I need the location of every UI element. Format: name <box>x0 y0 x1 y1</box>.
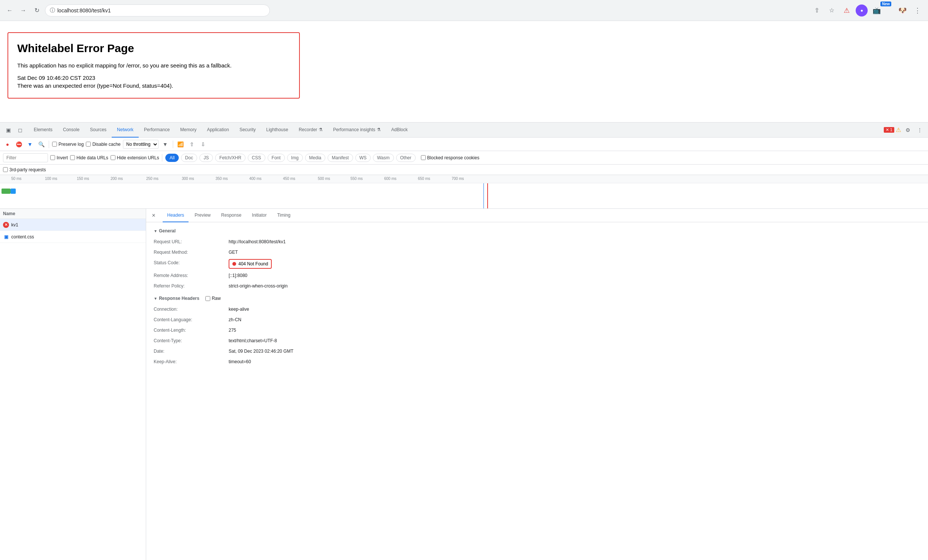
error-desc: This application has no explicit mapping… <box>17 62 290 69</box>
divider-1 <box>49 140 49 148</box>
error-box: Whitelabel Error Page This application h… <box>8 32 300 99</box>
more-options-icon[interactable]: ⋮ <box>914 125 925 135</box>
timeline-mark-200: 200 ms <box>111 177 123 181</box>
throttle-dropdown-icon[interactable]: ▼ <box>161 140 170 149</box>
error-count-badge: ✕ 1 <box>884 127 894 133</box>
filter-icon[interactable]: ▼ <box>26 140 35 149</box>
filter-chip-doc[interactable]: Doc <box>181 154 197 162</box>
invert-checkbox[interactable]: Invert <box>50 155 68 160</box>
tab-elements[interactable]: Elements <box>29 122 58 137</box>
timeline-mark-150: 150 ms <box>77 177 89 181</box>
tab-lighthouse[interactable]: Lighthouse <box>261 122 293 137</box>
back-button[interactable]: ← <box>5 5 15 16</box>
menu-icon[interactable]: ⋮ <box>911 5 923 17</box>
request-method-value: GET <box>229 249 920 256</box>
timeline-mark-700: 700 ms <box>452 177 464 181</box>
filter-chip-css[interactable]: CSS <box>248 154 266 162</box>
filter-chip-other[interactable]: Other <box>396 154 416 162</box>
file-item-kv1[interactable]: ✕ kv1 <box>0 219 146 231</box>
status-dot <box>232 262 236 266</box>
connection-label: Connection: <box>154 305 229 313</box>
tab-sources[interactable]: Sources <box>85 122 112 137</box>
lock-icon: ⓘ <box>50 7 55 14</box>
share-icon[interactable]: ⇧ <box>811 5 823 17</box>
date-value: Sat, 09 Dec 2023 02:46:20 GMT <box>229 348 920 355</box>
device-icon[interactable]: ◻ <box>15 125 26 135</box>
tab-performance[interactable]: Performance <box>139 122 175 137</box>
export-icon[interactable]: ⇩ <box>198 140 208 149</box>
filter-chip-manifest[interactable]: Manifest <box>328 154 353 162</box>
tab-adblock[interactable]: AdBlock <box>386 122 413 137</box>
url-text: localhost:8080/test/kv1 <box>57 8 111 14</box>
timeline-red-line <box>487 183 488 209</box>
tab-network[interactable]: Network <box>112 122 139 137</box>
request-method-row: Request Method: GET <box>154 249 920 256</box>
network-toolbar: ● ⛔ ▼ 🔍 Preserve log Disable cache No th… <box>0 137 928 151</box>
import-icon[interactable]: ⇧ <box>188 140 196 149</box>
filter-input[interactable] <box>3 153 48 162</box>
filter-chip-media[interactable]: Media <box>305 154 326 162</box>
adblock-icon[interactable]: ⚠ <box>841 5 853 17</box>
devtools-tab-bar: ▣ ◻ Elements Console Sources Network Per… <box>0 122 928 137</box>
blocked-cookies-checkbox[interactable]: Blocked response cookies <box>421 155 479 160</box>
tab-timing[interactable]: Timing <box>272 209 295 222</box>
tab-headers[interactable]: Headers <box>163 209 189 222</box>
detail-content: General Request URL: http://localhost:80… <box>146 222 928 374</box>
throttle-select[interactable]: No throttling <box>123 140 159 149</box>
bookmark-icon[interactable]: ☆ <box>826 5 838 17</box>
keep-alive-value: timeout=60 <box>229 358 920 365</box>
filter-chip-js[interactable]: JS <box>199 154 213 162</box>
referrer-policy-label: Referrer Policy: <box>154 282 229 290</box>
tab-preview[interactable]: Preview <box>190 209 215 222</box>
profile-icon[interactable]: 🐶 <box>896 5 908 17</box>
page-content: Whitelabel Error Page This application h… <box>0 21 928 122</box>
timeline-mark-250: 250 ms <box>146 177 159 181</box>
file-item-content-css[interactable]: ▣ content.css <box>0 231 146 243</box>
divider-2 <box>173 140 173 148</box>
filter-chip-img[interactable]: Img <box>287 154 303 162</box>
filter-chip-wasm[interactable]: Wasm <box>373 154 394 162</box>
filter-chip-all[interactable]: All <box>165 154 179 162</box>
request-url-row: Request URL: http://localhost:8080/test/… <box>154 238 920 246</box>
referrer-policy-value: strict-origin-when-cross-origin <box>229 282 920 290</box>
filter-bar: Invert Hide data URLs Hide extension URL… <box>0 151 928 165</box>
preserve-log-checkbox[interactable]: Preserve log <box>52 142 84 147</box>
extension-icon-1[interactable]: ● <box>856 5 868 17</box>
filter-chip-ws[interactable]: WS <box>355 154 371 162</box>
tab-security[interactable]: Security <box>234 122 261 137</box>
forward-button[interactable]: → <box>18 5 29 16</box>
inspect-icon[interactable]: ▣ <box>3 125 14 135</box>
close-detail-button[interactable]: × <box>149 211 158 220</box>
search-icon[interactable]: 🔍 <box>37 140 46 149</box>
file-name-kv1: kv1 <box>11 222 18 227</box>
tab-recorder[interactable]: Recorder ⚗ <box>293 122 328 137</box>
new-badge: New <box>881 2 891 6</box>
hide-data-urls-checkbox[interactable]: Hide data URLs <box>70 155 108 160</box>
disable-cache-checkbox[interactable]: Disable cache <box>86 142 120 147</box>
clear-button[interactable]: ⛔ <box>14 140 23 149</box>
timeline-mark-300: 300 ms <box>182 177 194 181</box>
tab-memory[interactable]: Memory <box>175 122 201 137</box>
address-bar[interactable]: ⓘ localhost:8080/test/kv1 <box>45 5 270 17</box>
wifi-icon[interactable]: 📶 <box>176 140 185 149</box>
devtools-left-icons: ▣ ◻ <box>3 125 26 135</box>
settings-icon[interactable]: ⚙ <box>902 125 913 135</box>
detail-panel: × Headers Preview Response Initiator Tim… <box>146 209 928 560</box>
tab-application[interactable]: Application <box>201 122 234 137</box>
hide-ext-urls-checkbox[interactable]: Hide extension URLs <box>111 155 159 160</box>
reload-button[interactable]: ↻ <box>32 5 42 16</box>
tab-response[interactable]: Response <box>217 209 246 222</box>
raw-checkbox[interactable]: Raw <box>205 296 221 301</box>
content-length-label: Content-Length: <box>154 327 229 334</box>
content-type-label: Content-Type: <box>154 337 229 345</box>
timeline-mark-450: 450 ms <box>283 177 295 181</box>
third-party-checkbox[interactable]: 3rd-party requests <box>3 167 46 172</box>
tab-console[interactable]: Console <box>58 122 85 137</box>
record-button[interactable]: ● <box>3 140 12 149</box>
general-section-title: General <box>154 228 920 233</box>
referrer-policy-row: Referrer Policy: strict-origin-when-cros… <box>154 282 920 290</box>
filter-chip-fetch[interactable]: Fetch/XHR <box>215 154 246 162</box>
tab-performance-insights[interactable]: Performance insights ⚗ <box>328 122 386 137</box>
filter-chip-font[interactable]: Font <box>268 154 285 162</box>
tab-initiator[interactable]: Initiator <box>247 209 271 222</box>
